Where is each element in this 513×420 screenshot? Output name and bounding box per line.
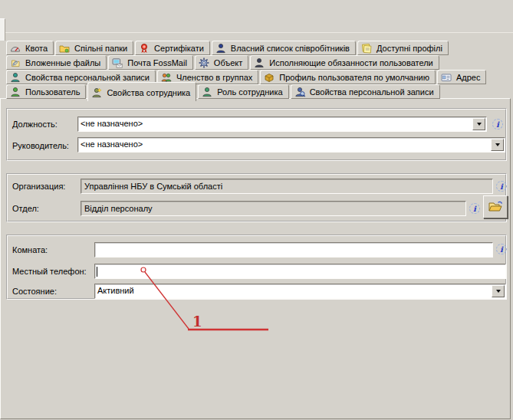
open-folder-icon bbox=[488, 200, 503, 215]
tab-label: Спільні папки bbox=[74, 44, 127, 53]
shared-folders-icon bbox=[59, 43, 71, 54]
tab-row-1: КвотаСпільні папкиСертифікатиВласний спи… bbox=[6, 41, 513, 55]
tab-label: Свойства персональной записи bbox=[310, 87, 434, 97]
position-info-icon[interactable]: i bbox=[492, 119, 503, 130]
local-phone-input[interactable] bbox=[94, 264, 506, 279]
tab-row-3: Свойства персональной записиЧленство в г… bbox=[6, 70, 513, 84]
tab-label: Пользователь bbox=[25, 87, 80, 97]
tab-label: Почта FossMail bbox=[127, 58, 187, 67]
tab-object[interactable]: Объект bbox=[195, 55, 248, 70]
tab-own-employee-list[interactable]: Власний список співробітників bbox=[212, 41, 356, 55]
local-phone-label: Местный телефон: bbox=[12, 267, 87, 276]
text-caret bbox=[97, 267, 97, 277]
position-combobox-value: <не назначено> bbox=[78, 117, 472, 131]
room-info-icon[interactable]: i bbox=[496, 244, 507, 254]
room-label: Комната: bbox=[12, 245, 48, 254]
contact-group: Комната: i Местный телефон: Состояние: А… bbox=[6, 235, 507, 300]
tab-label: Свойства персональной записи bbox=[25, 73, 150, 82]
certificate-icon bbox=[139, 43, 151, 54]
tab-label: Квота bbox=[25, 44, 48, 53]
tab-label: Объект bbox=[214, 58, 242, 67]
room-input[interactable] bbox=[94, 242, 493, 258]
tab-attached-files[interactable]: Вложенные файлы bbox=[6, 55, 107, 70]
default-profile-icon bbox=[264, 72, 276, 83]
profiles-icon bbox=[361, 43, 373, 54]
tab-row-2: Вложенные файлыПочта FossMailОбъектИспол… bbox=[6, 55, 513, 70]
personal-record-search-icon bbox=[294, 87, 307, 97]
manager-combobox[interactable]: <не назначено> bbox=[77, 137, 505, 153]
position-group: Должность: <не назначено> i Руководитель… bbox=[6, 108, 507, 161]
department-label: Отдел: bbox=[12, 204, 39, 213]
left-edge-fragment bbox=[0, 18, 5, 41]
manager-dropdown-button[interactable] bbox=[491, 139, 504, 151]
organization-group: Организация: Управління НБУ в Сумській о… bbox=[6, 173, 507, 222]
tab-label: Сертифікати bbox=[154, 44, 204, 53]
organization-field: Управління НБУ в Сумській області bbox=[81, 179, 493, 194]
dropdown-arrow-icon bbox=[477, 123, 482, 126]
gauge-icon bbox=[10, 43, 22, 54]
employee-list-icon bbox=[215, 43, 228, 54]
top-toolbar-area bbox=[0, 0, 513, 33]
tab-label: Профиль пользователя по умолчанию bbox=[279, 73, 429, 82]
department-info-icon[interactable]: i bbox=[469, 203, 480, 214]
tab-label: Исполняющие обязанности пользователи bbox=[269, 58, 432, 67]
state-label: Состояние: bbox=[12, 287, 57, 296]
tab-available-profiles[interactable]: Доступні профілі bbox=[357, 41, 449, 55]
tab-quota[interactable]: Квота bbox=[6, 41, 54, 55]
tab-acting-users[interactable]: Исполняющие обязанности пользователи bbox=[250, 55, 439, 70]
position-dropdown-button[interactable] bbox=[472, 118, 485, 130]
tab-label: Вложенные файлы bbox=[25, 58, 100, 67]
personal-record-icon bbox=[10, 72, 22, 83]
state-combobox[interactable]: Активний bbox=[94, 284, 506, 299]
tab-strip: КвотаСпільні папкиСертифікатиВласний спи… bbox=[6, 41, 513, 99]
tab-address[interactable]: Адрес bbox=[437, 70, 487, 84]
tab-shared-folders[interactable]: Спільні папки bbox=[55, 41, 133, 55]
tab-label: Роль сотрудника bbox=[217, 87, 282, 97]
tab-fossmail[interactable]: Почта FossMail bbox=[108, 55, 193, 70]
attachment-icon bbox=[10, 57, 22, 68]
tab-label: Свойства сотрудника bbox=[107, 88, 190, 97]
select-department-button[interactable] bbox=[483, 195, 508, 218]
tab-row-4: ПользовательСвойства сотрудникаРоль сотр… bbox=[6, 84, 513, 99]
organization-label: Организация: bbox=[12, 182, 65, 191]
position-label: Должность: bbox=[12, 120, 58, 129]
manager-label: Руководитель: bbox=[12, 141, 69, 150]
tab-default-user-profile[interactable]: Профиль пользователя по умолчанию bbox=[260, 70, 436, 84]
tab-label: Доступні профілі bbox=[377, 44, 442, 53]
tab-employee-properties[interactable]: Свойства сотрудника bbox=[87, 82, 196, 101]
department-field: Відділ персоналу bbox=[81, 201, 466, 216]
object-icon bbox=[199, 57, 211, 68]
state-combobox-value: Активний bbox=[95, 284, 491, 298]
position-combobox[interactable]: <не назначено> bbox=[77, 116, 487, 132]
employee-properties-icon bbox=[91, 87, 104, 98]
employee-role-icon bbox=[202, 87, 214, 97]
state-dropdown-button[interactable] bbox=[492, 285, 505, 297]
mail-icon bbox=[112, 57, 124, 68]
acting-users-icon bbox=[254, 57, 266, 68]
dropdown-arrow-icon bbox=[496, 290, 501, 293]
group-membership-icon bbox=[161, 72, 173, 83]
tab-label: Адрес bbox=[456, 73, 481, 82]
dropdown-arrow-icon bbox=[495, 143, 500, 146]
tab-user[interactable]: Пользователь bbox=[6, 84, 86, 99]
organization-info-icon[interactable]: i bbox=[496, 181, 507, 192]
address-icon bbox=[441, 72, 453, 83]
tab-certificates[interactable]: Сертифікати bbox=[135, 41, 210, 55]
tab-personal-record-properties-2[interactable]: Свойства персональной записи bbox=[291, 84, 440, 99]
manager-combobox-value: <не назначено> bbox=[78, 138, 490, 152]
tab-label: Власний список співробітників bbox=[231, 44, 350, 53]
user-icon bbox=[10, 87, 22, 97]
tab-employee-role[interactable]: Роль сотрудника bbox=[198, 84, 288, 99]
tab-label: Членство в группах bbox=[176, 73, 252, 82]
